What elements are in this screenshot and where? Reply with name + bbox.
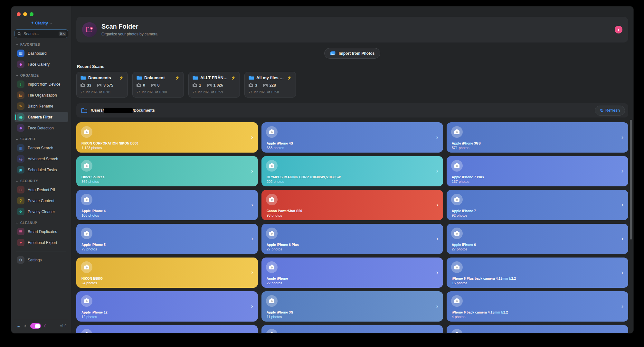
toggle-knob bbox=[35, 324, 40, 328]
search-input[interactable]: Search... ⌘K bbox=[14, 29, 68, 38]
sidebar-item-dashboard[interactable]: ▦Dashboard bbox=[14, 48, 68, 59]
camera-card[interactable]: ›Canon PowerShot S5093 photos bbox=[261, 190, 443, 220]
camera-icon bbox=[81, 261, 92, 273]
chevron-right-icon: › bbox=[621, 303, 623, 310]
current-path: /Users//Documents bbox=[91, 108, 155, 113]
layers-icon: ☰ bbox=[17, 228, 24, 235]
theme-toggle[interactable] bbox=[30, 323, 41, 329]
section-header-organize[interactable]: ORGANIZE bbox=[16, 74, 67, 77]
minimize-window-button[interactable] bbox=[23, 12, 27, 16]
sidebar-item-person-search[interactable]: ▥Person Search bbox=[14, 143, 68, 153]
window-controls bbox=[14, 12, 68, 16]
sidebar-item-import-from-device[interactable]: ⇩Import from Device bbox=[14, 79, 68, 89]
camera-card[interactable] bbox=[76, 325, 258, 333]
camera-card[interactable]: ›Apple iPhone 792 photos bbox=[447, 190, 628, 220]
camera-card[interactable] bbox=[447, 325, 628, 333]
recent-scan-card[interactable]: Dokument⚡ 00 27 Jan 2026 at 16:00 bbox=[132, 72, 184, 98]
sidebar-item-batch-rename[interactable]: ✎Batch Rename bbox=[14, 101, 68, 111]
section-header-search[interactable]: SEARCH bbox=[16, 137, 67, 141]
camera-filter-icon: ◉ bbox=[17, 113, 24, 121]
sidebar-item-face-gallery[interactable]: ☻Face Gallery bbox=[14, 59, 68, 70]
search-icon bbox=[17, 32, 21, 36]
camera-card[interactable]: ›OLYMPUS IMAGING CORP. u1030SW,S1030SW20… bbox=[261, 156, 443, 186]
section-header-security[interactable]: SECURITY bbox=[16, 179, 67, 183]
camera-card[interactable]: ›NIKON E880024 photos bbox=[76, 258, 258, 288]
face-gallery-icon: ☻ bbox=[17, 61, 24, 68]
folder-plus-icon bbox=[82, 22, 97, 37]
sidebar-item-scheduled-tasks[interactable]: ▣Scheduled Tasks bbox=[14, 164, 68, 175]
camera-count-icon bbox=[80, 84, 85, 87]
import-from-photos-button[interactable]: Import from Photos bbox=[324, 48, 380, 59]
folder-icon bbox=[80, 76, 86, 80]
moon-icon[interactable]: ☾ bbox=[44, 324, 48, 328]
privacy-cleaner-icon: ❖ bbox=[17, 208, 24, 215]
camera-card[interactable] bbox=[261, 325, 443, 333]
recent-scan-card[interactable]: Documents⚡ 333 575 27 Jan 2026 at 16:01 bbox=[76, 72, 128, 98]
chevron-right-icon: › bbox=[436, 134, 438, 141]
chevron-right-icon: › bbox=[436, 235, 438, 242]
sidebar-item-settings[interactable]: ⚙Settings bbox=[14, 255, 68, 265]
sidebar-item-camera-filter[interactable]: ◉Camera Filter bbox=[14, 112, 68, 122]
camera-card[interactable]: ›Apple iPhone 627 photos bbox=[447, 224, 628, 254]
camera-card[interactable]: ›iPhone 6 back camera 4.15mm f/2.24 phot… bbox=[447, 291, 628, 322]
eye-redact-icon: ⊙ bbox=[17, 186, 24, 193]
camera-card[interactable]: ›iPhone 6 Plus back camera 4.15mm f/2.21… bbox=[447, 258, 628, 288]
sidebar-item-smart-duplicates[interactable]: ☰Smart Duplicates bbox=[14, 226, 68, 237]
camera-icon bbox=[81, 295, 92, 307]
recent-scans-title: Recent Scans bbox=[77, 64, 628, 69]
sidebar-item-file-organization[interactable]: ▤File Organization bbox=[14, 90, 68, 100]
close-window-button[interactable] bbox=[17, 12, 21, 16]
camera-card[interactable]: ›Apple iPhone 1212 photos bbox=[76, 291, 258, 322]
scan-date: 27 Jan 2026 at 15:59 bbox=[193, 90, 236, 94]
chevron-right-icon: › bbox=[621, 235, 623, 242]
heart-export-icon: ♥ bbox=[17, 239, 24, 246]
recent-scan-card[interactable]: ALLT FRÅN MEDI...⚡ 11 026 27 Jan 2026 at… bbox=[188, 72, 240, 98]
recent-scan-card[interactable]: All my files on HD⚡ 3228 27 Jan 2026 at … bbox=[244, 72, 296, 98]
camera-card[interactable]: ›Apple iPhone 4S633 photos bbox=[261, 122, 443, 153]
camera-card[interactable]: ›Apple iPhone 3G11 photos bbox=[261, 291, 443, 322]
chevron-right-icon: › bbox=[436, 201, 438, 208]
app-title-menu[interactable]: ✦ Clarity bbox=[14, 21, 68, 25]
sidebar-item-advanced-search[interactable]: ◎Advanced Search bbox=[14, 154, 68, 164]
section-header-favorites[interactable]: FAVORITES bbox=[16, 43, 67, 46]
camera-card[interactable]: ›Other Sources369 photos bbox=[76, 156, 258, 186]
app-window: ✦ Clarity Search... ⌘K FAVORITES ▦Dashbo… bbox=[11, 6, 633, 333]
camera-card[interactable]: ›Apple iPhone 7 Plus137 photos bbox=[447, 156, 628, 186]
chevron-right-icon: › bbox=[251, 303, 253, 310]
camera-icon bbox=[451, 194, 463, 205]
camera-grid: ›NIKON CORPORATION NIKON D3001 128 photo… bbox=[76, 122, 628, 333]
section-header-cleanup[interactable]: CLEANUP bbox=[16, 221, 67, 225]
sidebar-item-emotional-export[interactable]: ♥Emotional Export bbox=[14, 237, 68, 248]
refresh-button[interactable]: ↻Refresh bbox=[595, 106, 625, 116]
page-title: Scan Folder bbox=[101, 23, 157, 30]
refresh-icon: ↻ bbox=[600, 108, 603, 113]
camera-card[interactable]: ›Apple iPhone 6 Plus27 photos bbox=[261, 224, 443, 254]
scrollbar-thumb[interactable] bbox=[630, 120, 632, 239]
sidebar-item-privacy-cleaner[interactable]: ❖Privacy Cleaner bbox=[14, 206, 68, 217]
sidebar-nav: FAVORITES ▦Dashboard ☻Face Gallery ORGAN… bbox=[14, 39, 68, 316]
sidebar-item-auto-redact-pii[interactable]: ⊙Auto-Redact PII bbox=[14, 184, 68, 195]
camera-icon bbox=[81, 194, 92, 205]
camera-icon bbox=[81, 228, 92, 239]
sun-icon[interactable]: ☀ bbox=[24, 324, 27, 328]
sidebar-item-face-detection[interactable]: ☻Face Detection bbox=[14, 123, 68, 133]
photo-count-icon bbox=[151, 84, 156, 87]
camera-icon bbox=[266, 194, 278, 205]
search-shortcut-badge: ⌘K bbox=[59, 32, 66, 36]
camera-icon bbox=[451, 126, 463, 138]
cloud-icon[interactable]: ☁ bbox=[16, 324, 20, 328]
advanced-search-icon: ◎ bbox=[17, 155, 24, 163]
zoom-window-button[interactable] bbox=[30, 12, 33, 16]
chevron-right-icon: › bbox=[251, 167, 253, 174]
camera-icon bbox=[81, 126, 92, 138]
camera-icon bbox=[451, 329, 463, 333]
camera-card[interactable]: ›Apple iPhone 4106 photos bbox=[76, 190, 258, 220]
camera-card[interactable]: ›NIKON CORPORATION NIKON D3001 128 photo… bbox=[76, 122, 258, 153]
camera-icon bbox=[266, 160, 278, 172]
camera-icon bbox=[451, 295, 463, 307]
camera-card[interactable]: ›Apple iPhone 3GS571 photos bbox=[447, 122, 628, 153]
start-scan-button[interactable]: › bbox=[615, 26, 622, 33]
camera-card[interactable]: ›Apple iPhone 579 photos bbox=[76, 224, 258, 254]
camera-card[interactable]: ›Apple iPhone22 photos bbox=[261, 258, 443, 288]
sidebar-item-private-content[interactable]: ⚲Private Content bbox=[14, 195, 68, 206]
